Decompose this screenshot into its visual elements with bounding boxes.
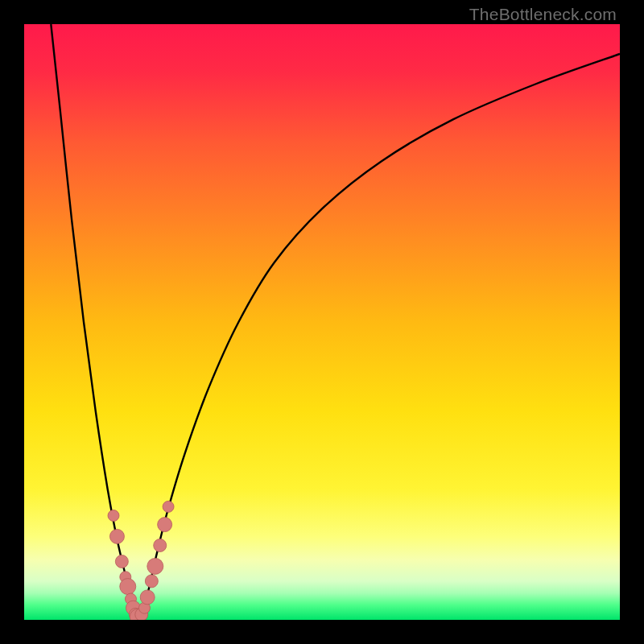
sample-dot [115, 555, 128, 568]
sample-dot [108, 510, 119, 522]
sample-dot [154, 539, 167, 552]
sample-dot [120, 579, 136, 595]
bottleneck-curve [51, 24, 620, 618]
plot-area [24, 24, 620, 620]
sample-dot [145, 575, 158, 588]
sample-dot [163, 501, 174, 512]
sample-dot [109, 529, 124, 543]
sample-dot [158, 518, 172, 532]
sample-dot [147, 558, 163, 574]
chart-frame: TheBottleneck.com [0, 0, 644, 644]
watermark-text: TheBottleneck.com [469, 5, 617, 24]
sample-dot [140, 590, 155, 605]
chart-svg [24, 24, 620, 620]
sample-dots-group [108, 501, 174, 620]
